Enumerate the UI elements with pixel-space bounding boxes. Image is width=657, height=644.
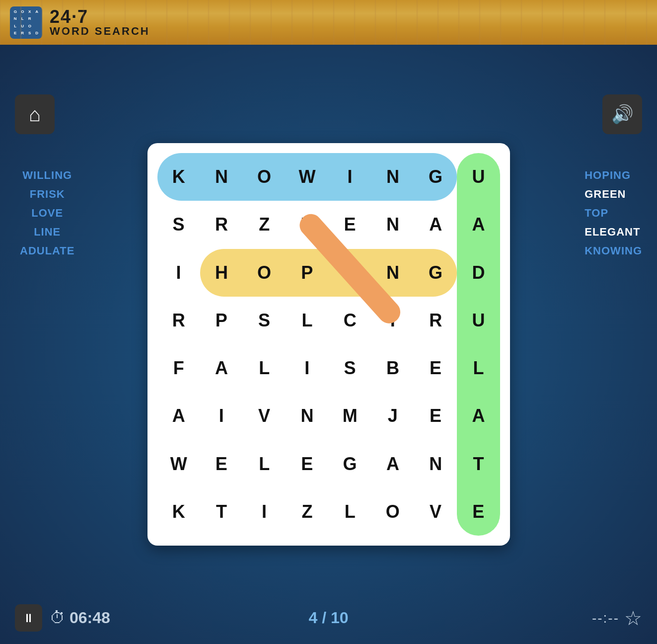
cell-5-1[interactable]: I — [200, 392, 243, 440]
cell-4-0[interactable]: F — [157, 344, 200, 392]
cell-3-4[interactable]: C — [329, 297, 371, 344]
cell-2-2[interactable]: O — [243, 249, 286, 297]
cell-0-1[interactable]: N — [200, 153, 243, 201]
app-title: 24·7 WORD SEARCH — [50, 8, 150, 37]
cell-6-1[interactable]: E — [200, 440, 243, 488]
title-ws: WORD SEARCH — [50, 26, 150, 37]
cell-4-1[interactable]: A — [200, 344, 243, 392]
cell-5-3[interactable]: N — [286, 392, 328, 440]
cell-7-7[interactable]: E — [457, 488, 500, 536]
cell-7-1[interactable]: T — [200, 488, 243, 536]
word-frisk: FRISK — [20, 188, 74, 201]
cell-6-4[interactable]: G — [329, 440, 371, 488]
timer-display: 06:48 — [70, 609, 110, 627]
grid-container: K N O W I N G U S R Z T E N A A I H O P … — [147, 143, 510, 546]
cell-6-0[interactable]: W — [157, 440, 200, 488]
clock-icon: ⏱ — [50, 609, 66, 627]
dash-score: --:-- — [592, 610, 619, 626]
cell-0-0[interactable]: K — [157, 153, 200, 201]
word-adulate: ADULATE — [20, 244, 74, 257]
word-top: TOP — [584, 207, 642, 220]
cell-5-0[interactable]: A — [157, 392, 200, 440]
cell-0-7[interactable]: U — [457, 153, 500, 201]
word-love: LOVE — [20, 207, 74, 220]
cell-1-7[interactable]: A — [457, 201, 500, 248]
pause-icon: ⏸ — [23, 611, 35, 625]
cell-2-3[interactable]: P — [286, 249, 328, 297]
title-247: 24·7 — [50, 8, 150, 26]
cell-7-0[interactable]: K — [157, 488, 200, 536]
cell-4-3[interactable]: I — [286, 344, 328, 392]
cell-6-7[interactable]: T — [457, 440, 500, 488]
cell-0-2[interactable]: O — [243, 153, 286, 201]
home-button[interactable]: ⌂ — [15, 94, 55, 134]
cell-0-4[interactable]: I — [329, 153, 371, 201]
cell-7-6[interactable]: V — [414, 488, 457, 536]
game-area: ⌂ 🔊 WILLING FRISK LOVE LINE ADULATE HOPI… — [0, 45, 657, 644]
cell-5-6[interactable]: E — [414, 392, 457, 440]
logo-box: GOXA NLR LUO ERSD — [10, 6, 42, 39]
cell-3-1[interactable]: P — [200, 297, 243, 344]
star-area: --:-- ☆ — [592, 607, 642, 630]
cell-1-1[interactable]: R — [200, 201, 243, 248]
cell-2-1[interactable]: H — [200, 249, 243, 297]
cell-4-5[interactable]: B — [371, 344, 414, 392]
cell-3-3[interactable]: L — [286, 297, 328, 344]
cell-1-5[interactable]: N — [371, 201, 414, 248]
word-green: GREEN — [584, 188, 642, 201]
cell-6-6[interactable]: N — [414, 440, 457, 488]
cell-7-5[interactable]: O — [371, 488, 414, 536]
cell-3-0[interactable]: R — [157, 297, 200, 344]
cell-0-3[interactable]: W — [286, 153, 328, 201]
cell-1-2[interactable]: Z — [243, 201, 286, 248]
word-line: LINE — [20, 226, 74, 239]
cell-4-4[interactable]: S — [329, 344, 371, 392]
header: GOXA NLR LUO ERSD 24·7 WORD SEARCH — [0, 0, 657, 45]
cell-4-6[interactable]: E — [414, 344, 457, 392]
cell-5-7[interactable]: A — [457, 392, 500, 440]
cell-6-2[interactable]: L — [243, 440, 286, 488]
cell-3-7[interactable]: U — [457, 297, 500, 344]
cell-4-7[interactable]: L — [457, 344, 500, 392]
letter-grid[interactable]: K N O W I N G U S R Z T E N A A I H O P … — [157, 153, 500, 536]
cell-5-2[interactable]: V — [243, 392, 286, 440]
home-icon: ⌂ — [29, 103, 41, 126]
word-willing: WILLING — [20, 169, 74, 182]
pause-button[interactable]: ⏸ — [15, 604, 42, 632]
cell-4-2[interactable]: L — [243, 344, 286, 392]
sound-icon: 🔊 — [611, 104, 634, 125]
cell-2-7[interactable]: D — [457, 249, 500, 297]
cell-3-6[interactable]: R — [414, 297, 457, 344]
cell-1-0[interactable]: S — [157, 201, 200, 248]
score-display: 4 / 10 — [308, 609, 348, 627]
cell-5-4[interactable]: M — [329, 392, 371, 440]
word-hoping: HOPING — [584, 169, 642, 182]
word-knowing: KNOWING — [584, 244, 642, 257]
cell-0-6[interactable]: G — [414, 153, 457, 201]
word-elegant: ELEGANT — [584, 226, 642, 239]
cell-6-5[interactable]: A — [371, 440, 414, 488]
cell-2-6[interactable]: G — [414, 249, 457, 297]
word-list-right: HOPING GREEN TOP ELEGANT KNOWING — [584, 169, 642, 263]
cell-7-3[interactable]: Z — [286, 488, 328, 536]
cell-7-4[interactable]: L — [329, 488, 371, 536]
cell-1-6[interactable]: A — [414, 201, 457, 248]
cell-5-5[interactable]: J — [371, 392, 414, 440]
bottom-bar: ⏸ ⏱ 06:48 4 / 10 --:-- ☆ — [0, 604, 657, 632]
cell-0-5[interactable]: N — [371, 153, 414, 201]
star-icon[interactable]: ☆ — [624, 607, 642, 630]
word-list-left: WILLING FRISK LOVE LINE ADULATE — [20, 169, 74, 263]
cell-7-2[interactable]: I — [243, 488, 286, 536]
cell-3-2[interactable]: S — [243, 297, 286, 344]
sound-button[interactable]: 🔊 — [602, 94, 642, 134]
timer-area: ⏱ 06:48 — [50, 609, 110, 627]
cell-6-3[interactable]: E — [286, 440, 328, 488]
cell-2-0[interactable]: I — [157, 249, 200, 297]
